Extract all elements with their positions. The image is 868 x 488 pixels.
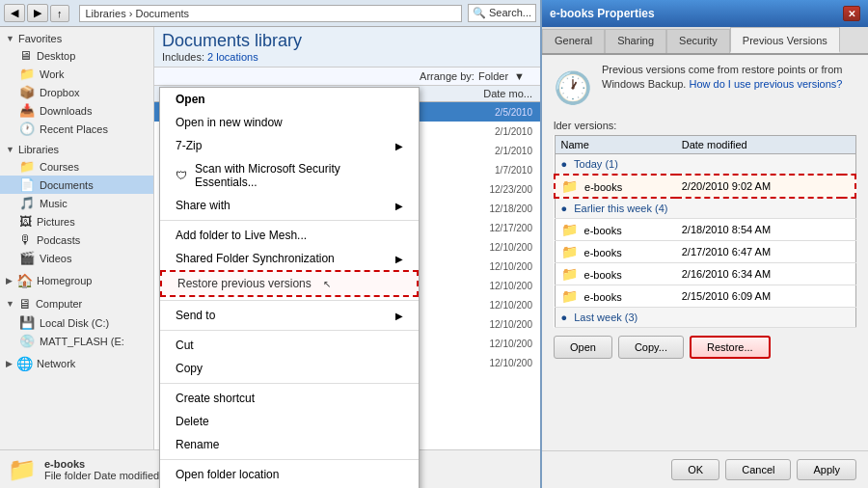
- ctx-delete[interactable]: Delete: [160, 410, 419, 433]
- computer-icon: 🖥: [18, 296, 32, 312]
- sidebar-item-work[interactable]: 📁 Work: [0, 65, 153, 83]
- ctx-restore-prev-versions[interactable]: Restore previous versions ↖: [160, 270, 419, 297]
- file-date: 12/17/200: [455, 223, 532, 233]
- scrollbar-th: [842, 135, 855, 153]
- music-icon: 🎵: [19, 196, 35, 210]
- library-header: Documents library Includes: 2 locations: [154, 27, 540, 68]
- file-date: 12/23/200: [455, 184, 532, 195]
- up-button[interactable]: ↑: [50, 5, 69, 22]
- sidebar-item-mattflash[interactable]: 💿 MATT_FLASH (E:: [0, 332, 153, 350]
- version-row[interactable]: 📁 e-books 2/17/2010 6:47 AM: [555, 240, 855, 262]
- versions-label: lder versions:: [554, 120, 856, 131]
- sidebar-item-localdisk[interactable]: 💾 Local Disk (C:): [0, 313, 153, 332]
- libraries-arrow: ▼: [6, 145, 14, 154]
- ctx-create-shortcut[interactable]: Create shortcut: [160, 387, 419, 410]
- tab-general[interactable]: General: [542, 29, 605, 53]
- sidebar-item-label: Desktop: [37, 50, 75, 62]
- file-date: 2/1/2010: [455, 146, 532, 156]
- ctx-open-new-window[interactable]: Open in new window: [160, 111, 419, 134]
- version-row[interactable]: 📁 e-books 2/16/2010 6:34 AM: [555, 262, 855, 285]
- today-label: Today (1): [574, 158, 618, 170]
- tab-security[interactable]: Security: [666, 29, 730, 53]
- ctx-rename[interactable]: Rename: [160, 433, 419, 456]
- ctx-shared-folder-sync[interactable]: Shared Folder Synchronization ▶: [160, 247, 419, 270]
- earlier-week-bullet: ●: [561, 203, 568, 214]
- courses-icon: 📁: [19, 159, 35, 174]
- tab-sharing[interactable]: Sharing: [605, 29, 666, 53]
- version-name: 📁 e-books: [555, 240, 676, 262]
- ctx-separator-3: [160, 330, 419, 331]
- homegroup-header[interactable]: ▶ 🏠 Homegroup: [0, 271, 153, 290]
- version-scroll: [842, 175, 855, 198]
- sidebar-item-dropbox[interactable]: 📦 Dropbox: [0, 83, 153, 101]
- sidebar-item-downloads[interactable]: 📥 Downloads: [0, 101, 153, 120]
- file-date: 2/5/2010: [455, 107, 532, 118]
- apply-button[interactable]: Apply: [797, 459, 856, 480]
- forward-button[interactable]: ▶: [27, 4, 48, 22]
- status-folder-icon: 📁: [8, 456, 37, 483]
- arrange-arrow-icon: ▼: [514, 70, 525, 82]
- ctx-scan[interactable]: 🛡 Scan with Microsoft Security Essential…: [160, 157, 419, 194]
- ctx-open[interactable]: Open: [160, 88, 419, 111]
- address-bar[interactable]: Libraries › Documents: [79, 5, 462, 22]
- sidebar-item-documents[interactable]: 📄 Documents: [0, 176, 153, 194]
- prev-versions-text: Previous versions come from restore poin…: [602, 63, 856, 93]
- versions-restore-button[interactable]: Restore...: [690, 336, 771, 359]
- ctx-send-to-label: Send to: [176, 309, 215, 322]
- network-header[interactable]: ▶ 🌐 Network: [0, 354, 153, 373]
- version-folder-icon: 📁: [561, 222, 578, 237]
- favorites-header[interactable]: ▼ Favorites: [0, 31, 153, 46]
- back-button[interactable]: ◀: [4, 4, 25, 22]
- ctx-restore-label: Restore previous versions: [177, 277, 312, 290]
- version-row-highlighted[interactable]: 📁 e-books 2/20/2010 9:02 AM: [555, 175, 855, 198]
- version-folder-icon: 📁: [561, 266, 578, 282]
- ctx-open-new-window-label: Open in new window: [176, 116, 283, 129]
- versions-copy-button[interactable]: Copy...: [618, 336, 684, 359]
- sidebar: ▼ Favorites 🖥 Desktop 📁 Work 📦 Dropbox 📥: [0, 27, 154, 449]
- version-row[interactable]: 📁 e-books 2/18/2010 8:54 AM: [555, 218, 855, 240]
- file-date: 12/10/200: [455, 358, 532, 368]
- sidebar-item-label: Podcasts: [37, 234, 80, 246]
- sidebar-item-podcasts[interactable]: 🎙 Podcasts: [0, 230, 153, 249]
- ctx-scan-icon: 🛡: [176, 169, 187, 182]
- ctx-separator-4: [160, 383, 419, 384]
- ctx-cut[interactable]: Cut: [160, 334, 419, 357]
- sidebar-item-videos[interactable]: 🎬 Videos: [0, 249, 153, 267]
- version-row[interactable]: 📁 e-books 2/15/2010 6:09 AM: [555, 285, 855, 307]
- favorites-arrow: ▼: [6, 34, 14, 43]
- computer-header[interactable]: ▼ 🖥 Computer: [0, 294, 153, 313]
- libraries-header[interactable]: ▼ Libraries: [0, 142, 153, 157]
- status-type: File folder: [44, 470, 91, 481]
- sidebar-item-recent[interactable]: 🕐 Recent Places: [0, 120, 153, 138]
- sidebar-item-music[interactable]: 🎵 Music: [0, 194, 153, 212]
- locations-link[interactable]: 2 locations: [207, 51, 258, 63]
- ctx-send-to[interactable]: Send to ▶: [160, 304, 419, 327]
- ok-button[interactable]: OK: [671, 459, 719, 480]
- arrange-label: Arrange by:: [420, 70, 475, 82]
- ctx-share-with[interactable]: Share with ▶: [160, 194, 419, 217]
- cancel-button[interactable]: Cancel: [725, 459, 791, 480]
- status-modified-label: Date modified:: [94, 470, 162, 481]
- close-button[interactable]: ✕: [843, 6, 860, 21]
- search-box[interactable]: 🔍 Search...: [468, 4, 536, 22]
- computer-label: Computer: [36, 298, 82, 310]
- sidebar-item-courses[interactable]: 📁 Courses: [0, 157, 153, 176]
- ctx-7zip[interactable]: 7-Zip ▶: [160, 134, 419, 157]
- videos-icon: 🎬: [19, 251, 35, 265]
- homegroup-group: ▶ 🏠 Homegroup: [0, 271, 153, 290]
- ctx-add-live-mesh-label: Add folder to Live Mesh...: [176, 229, 307, 242]
- ctx-add-live-mesh[interactable]: Add folder to Live Mesh...: [160, 224, 419, 247]
- downloads-icon: 📥: [19, 103, 35, 118]
- ctx-separator-1: [160, 220, 419, 221]
- tab-previous-versions-label: Previous Versions: [743, 35, 827, 46]
- sidebar-item-pictures[interactable]: 🖼 Pictures: [0, 212, 153, 230]
- homegroup-icon: 🏠: [16, 273, 33, 288]
- ctx-open-folder-location[interactable]: Open folder location: [160, 463, 419, 486]
- arrange-button[interactable]: Folder ▼: [478, 70, 529, 82]
- sidebar-item-desktop[interactable]: 🖥 Desktop: [0, 46, 153, 65]
- col-date-header[interactable]: Date mo...: [455, 88, 532, 99]
- versions-open-button[interactable]: Open: [554, 336, 612, 359]
- tab-previous-versions[interactable]: Previous Versions: [730, 27, 840, 53]
- help-link[interactable]: How do I use previous versions?: [690, 78, 843, 90]
- ctx-copy[interactable]: Copy: [160, 357, 419, 380]
